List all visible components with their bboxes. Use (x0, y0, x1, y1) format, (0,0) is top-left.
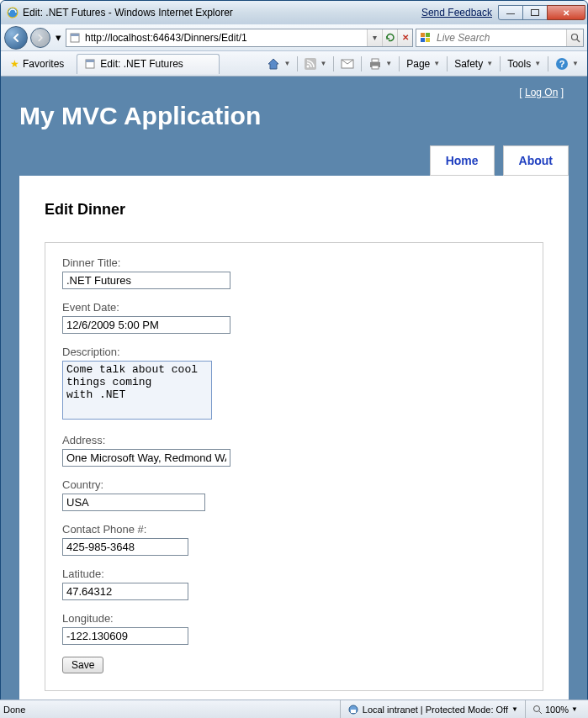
favorites-button[interactable]: ★ Favorites (4, 55, 70, 72)
status-bar: Done Local intranet | Protected Mode: Of… (0, 700, 588, 718)
nav-tabs: Home About (19, 145, 569, 176)
app-title: My MVC Application (19, 102, 569, 130)
viewport[interactable]: [ Log On ] My MVC Application Home About… (1, 77, 587, 700)
safety-menu[interactable]: Safety▼ (449, 55, 498, 72)
address-bar: ▾ ✕ (66, 29, 413, 47)
label-phone: Contact Phone #: (62, 523, 526, 536)
window-title: Edit: .NET Futures - Windows Internet Ex… (23, 7, 421, 18)
page-menu[interactable]: Page▼ (401, 55, 445, 72)
edit-form: Dinner Title: Event Date: Description: A… (45, 242, 543, 691)
home-icon (267, 57, 280, 71)
svg-point-14 (307, 65, 310, 67)
send-feedback-link[interactable]: Send Feedback (421, 7, 492, 18)
label-lon: Longitude: (62, 612, 526, 625)
browser-tab[interactable]: Edit: .NET Futures (77, 54, 220, 74)
navigation-bar: ▾ ▾ ✕ (1, 24, 587, 51)
help-icon: ? (555, 57, 569, 71)
input-title[interactable] (62, 272, 230, 289)
svg-rect-17 (372, 59, 379, 62)
security-zone[interactable]: Local intranet | Protected Mode: Off ▼ (340, 700, 525, 718)
logon-row: [ Log On ] (19, 83, 569, 100)
zoom-icon (532, 705, 543, 715)
svg-rect-2 (532, 10, 539, 16)
input-address[interactable] (62, 449, 230, 467)
svg-text:?: ? (559, 59, 565, 69)
maximize-button[interactable] (522, 5, 548, 20)
page-heading: Edit Dinner (45, 201, 543, 219)
label-address: Address: (62, 434, 526, 446)
tab-title: Edit: .NET Futures (100, 58, 183, 70)
nav-about[interactable]: About (503, 145, 569, 176)
close-button[interactable]: ✕ (547, 5, 585, 20)
rss-icon (305, 58, 316, 70)
zone-icon (347, 704, 359, 715)
input-lon[interactable] (62, 627, 188, 645)
favorites-label: Favorites (23, 58, 64, 70)
input-country[interactable] (62, 494, 205, 511)
input-lat[interactable] (62, 583, 188, 600)
home-button[interactable]: ▼ (262, 55, 295, 73)
svg-rect-18 (372, 66, 379, 69)
search-box (416, 29, 584, 47)
back-button[interactable] (4, 26, 28, 50)
label-title: Dinner Title: (62, 256, 526, 269)
svg-point-23 (533, 705, 539, 711)
window-titlebar: Edit: .NET Futures - Windows Internet Ex… (1, 1, 587, 24)
content-pane: Edit Dinner Dinner Title: Event Date: De… (19, 176, 569, 700)
star-icon: ★ (10, 58, 19, 70)
stop-button[interactable]: ✕ (397, 29, 412, 46)
ie-favicon (6, 6, 19, 19)
svg-rect-7 (421, 38, 425, 42)
forward-button[interactable] (30, 28, 50, 48)
minimize-button[interactable]: — (498, 5, 523, 20)
label-country: Country: (62, 478, 526, 491)
address-dropdown[interactable]: ▾ (367, 29, 382, 46)
search-button[interactable] (566, 29, 583, 46)
refresh-button[interactable] (382, 29, 397, 46)
search-input[interactable] (435, 29, 566, 46)
page-favicon (66, 29, 83, 46)
svg-point-9 (571, 34, 577, 40)
tab-favicon (84, 58, 96, 70)
save-button[interactable]: Save (62, 657, 103, 673)
mail-icon (341, 59, 354, 69)
command-bar: ★ Favorites Edit: .NET Futures ▼ ▼ ▼ Pag… (1, 51, 587, 77)
nav-home[interactable]: Home (430, 145, 495, 176)
print-icon (368, 58, 382, 70)
svg-rect-8 (426, 38, 430, 42)
status-text: Done (3, 705, 25, 715)
input-date[interactable] (62, 316, 230, 334)
page-content: [ Log On ] My MVC Application Home About… (1, 77, 587, 700)
svg-rect-12 (86, 60, 94, 62)
svg-rect-22 (351, 710, 356, 713)
logon-link[interactable]: Log On (525, 87, 558, 98)
window-controls: — ✕ (499, 5, 585, 20)
input-desc[interactable] (62, 361, 212, 420)
label-date: Event Date: (62, 301, 526, 314)
input-phone[interactable] (62, 538, 188, 556)
mail-button[interactable] (336, 56, 359, 71)
feeds-button[interactable]: ▼ (299, 55, 331, 72)
tools-menu[interactable]: Tools▼ (502, 55, 546, 72)
label-lat: Latitude: (62, 568, 526, 580)
svg-rect-6 (426, 33, 430, 37)
live-search-icon (416, 29, 435, 46)
print-button[interactable]: ▼ (363, 55, 397, 72)
svg-line-24 (539, 711, 542, 714)
label-desc: Description: (62, 346, 526, 358)
svg-rect-4 (71, 34, 79, 36)
history-dropdown[interactable]: ▾ (53, 28, 63, 48)
svg-line-10 (577, 40, 580, 42)
help-button[interactable]: ?▼ (550, 55, 584, 73)
address-input[interactable] (83, 29, 367, 46)
zoom-control[interactable]: 100% ▼ (525, 700, 585, 718)
svg-rect-5 (421, 33, 425, 37)
